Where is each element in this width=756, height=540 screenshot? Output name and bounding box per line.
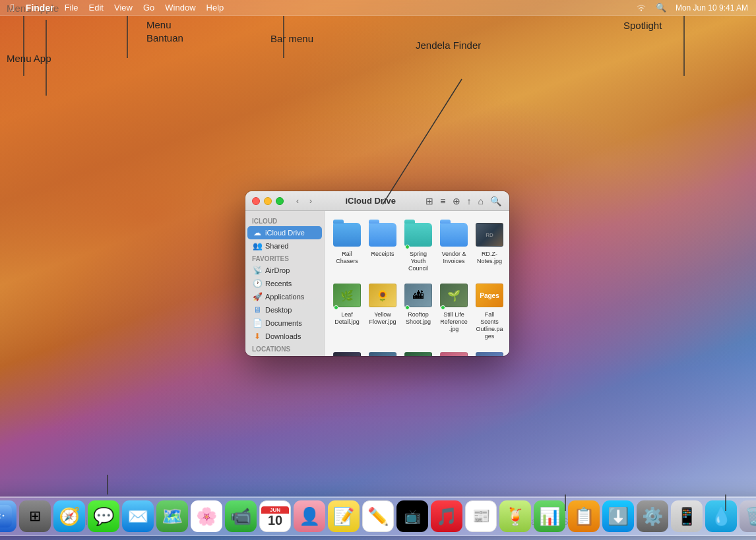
sidebar-item-shared[interactable]: 👥 Shared xyxy=(247,239,322,253)
spotlight-icon[interactable]: 🔍 xyxy=(653,1,669,14)
maximize-button[interactable] xyxy=(276,197,284,205)
sidebar-item-applications[interactable]: 🚀 Applications xyxy=(247,290,322,303)
dock-numbers[interactable]: 📊 xyxy=(534,500,565,532)
annotation-jendela-finder: Jendela Finder xyxy=(416,40,481,51)
sync-indicator xyxy=(405,305,410,310)
finder-body: iCloud ☁ iCloud Drive 👥 Shared Favorites… xyxy=(245,211,509,356)
sidebar-documents-label: Documents xyxy=(265,319,302,327)
sidebar-applications-label: Applications xyxy=(265,293,304,301)
sidebar-item-recents[interactable]: 🕐 Recents xyxy=(247,277,322,290)
dock-trash[interactable]: 🗑️ xyxy=(740,500,756,532)
file-name: Spring Youth Council xyxy=(404,251,433,272)
finder-titlebar: ‹ › iCloud Drive ⊞ ≡ ⊕ ↑ ⌂ 🔍 xyxy=(245,191,509,211)
help-menu-item[interactable]: Help xyxy=(202,1,229,14)
view-menu-item[interactable]: View xyxy=(110,1,137,14)
sidebar-desktop-label: Desktop xyxy=(265,306,292,314)
file-item-leaf-detail[interactable]: 🌿 Leaf Detail.jpg xyxy=(331,278,363,342)
image-thumbnail: 🛹 xyxy=(476,352,503,356)
file-item-rdz-notes[interactable]: RD RD.Z-Notes.jpg xyxy=(474,218,505,274)
icloud-drive-icon: ☁ xyxy=(253,228,262,237)
forward-button[interactable]: › xyxy=(305,195,317,207)
folder-icon xyxy=(404,223,432,247)
edit-menu-item[interactable]: Edit xyxy=(84,1,108,14)
image-thumbnail: 🌆 xyxy=(369,352,396,356)
dock-system-settings[interactable]: ⚙️ xyxy=(637,500,668,532)
image-thumbnail: 🌲 xyxy=(404,352,432,356)
file-item-title-cover[interactable]: 📷 Title Cover.jpg xyxy=(331,347,363,356)
dock-facetime[interactable]: 📹 xyxy=(225,500,257,532)
file-item-vendor-invoices[interactable]: Vendor & Invoices xyxy=(438,218,470,274)
apple-menu[interactable]:  xyxy=(5,1,20,15)
dock-news[interactable]: 📰 xyxy=(465,500,497,532)
dock-screensaver[interactable]: 💧 xyxy=(705,500,737,532)
sidebar-item-downloads[interactable]: ⬇ Downloads xyxy=(247,330,322,343)
sidebar-recents-label: Recents xyxy=(265,280,292,287)
view-grid-button[interactable]: ⊞ xyxy=(424,195,435,208)
file-item-spring-youth[interactable]: Spring Youth Council xyxy=(402,218,434,274)
dock-music[interactable]: 🎵 xyxy=(431,500,462,532)
folder-icon xyxy=(369,223,396,247)
action-button[interactable]: ⊕ xyxy=(451,195,462,208)
minimize-button[interactable] xyxy=(264,197,272,205)
applications-icon: 🚀 xyxy=(253,292,262,301)
dock-freeform[interactable]: ✏️ xyxy=(362,500,394,532)
file-item-mexico-city[interactable]: 🌆 Mexico City.jpeg xyxy=(367,347,398,356)
file-name: Receipts xyxy=(371,251,394,258)
sidebar-airdrop-label: AirDrop xyxy=(265,266,290,274)
file-item-receipts[interactable]: Receipts xyxy=(367,218,398,274)
sidebar-item-icloud-drive[interactable]: ☁ iCloud Drive xyxy=(247,226,322,239)
dock-vine[interactable]: 🍹 xyxy=(499,500,531,532)
back-button[interactable]: ‹ xyxy=(292,195,303,207)
sidebar-item-documents[interactable]: 📄 Documents xyxy=(247,316,322,330)
file-item-rail-chasers[interactable]: Rail Chasers xyxy=(331,218,363,274)
folder-icon xyxy=(333,223,361,247)
wifi-icon[interactable] xyxy=(633,3,649,13)
dock-calendar[interactable]: JUN 10 xyxy=(259,500,291,532)
sidebar-item-desktop[interactable]: 🖥 Desktop xyxy=(247,303,322,316)
dock-safari[interactable]: 🧭 xyxy=(53,500,85,532)
sidebar-shared-label: Shared xyxy=(265,242,288,250)
menubar-datetime: Mon Jun 10 9:41 AM xyxy=(673,2,751,14)
share-button[interactable]: ↑ xyxy=(466,195,473,208)
dock-appletv[interactable]: 📺 xyxy=(396,500,428,532)
file-item-still-life[interactable]: 🌱 Still Life Reference.jpg xyxy=(438,278,470,342)
window-menu-item[interactable]: Window xyxy=(160,1,200,14)
dock-appstore[interactable]: ⬇️ xyxy=(602,500,634,532)
dock-mail[interactable]: ✉️ xyxy=(122,500,154,532)
dock-iphone-mirroring[interactable]: 📱 xyxy=(671,500,703,532)
file-item-skater[interactable]: 🛹 Skater.jpeg xyxy=(474,347,505,356)
documents-icon: 📄 xyxy=(253,318,262,328)
sync-indicator xyxy=(441,305,445,310)
nav-arrows: ‹ › xyxy=(292,195,317,207)
annotation-menu-bantuan: MenuBantuan xyxy=(146,18,183,44)
annotation-bar-menu: Bar menu xyxy=(270,33,313,44)
tag-button[interactable]: ⌂ xyxy=(477,195,485,208)
document-thumbnail: Pages xyxy=(476,284,503,307)
dock-maps[interactable]: 🗺️ xyxy=(156,500,188,532)
dock-launchpad[interactable]: ⊞ xyxy=(19,500,51,532)
file-grid: Rail Chasers Receipts Spring Youth Counc… xyxy=(331,218,503,356)
search-button[interactable]: 🔍 xyxy=(489,195,503,208)
dock-notes[interactable]: 📝 xyxy=(328,500,360,532)
finder-menu-item[interactable]: Finder xyxy=(21,1,59,15)
view-list-button[interactable]: ≡ xyxy=(439,195,447,208)
finder-sidebar: iCloud ☁ iCloud Drive 👥 Shared Favorites… xyxy=(245,211,325,356)
file-item-yellow-flower[interactable]: 🌻 Yellow Flower.jpg xyxy=(367,278,398,342)
file-item-fall-scents[interactable]: Pages Fall Scents Outline.pages xyxy=(474,278,505,342)
file-item-rooftop-shoot[interactable]: 🏙 Rooftop Shoot.jpg xyxy=(402,278,434,342)
dock-finder[interactable] xyxy=(0,500,16,532)
file-item-pink[interactable]: 🌸 Pink.jpeg xyxy=(438,347,470,356)
dock-pages[interactable]: 📋 xyxy=(568,500,600,532)
go-menu-item[interactable]: Go xyxy=(139,1,159,14)
desktop-icon: 🖥 xyxy=(253,305,262,315)
dock-photos[interactable]: 🌸 xyxy=(191,500,222,532)
close-button[interactable] xyxy=(252,197,260,205)
tags-section-label: Tags xyxy=(245,354,324,356)
file-item-lone-pine[interactable]: 🌲 Lone Pine.jpeg xyxy=(402,347,434,356)
dock-messages[interactable]: 💬 xyxy=(88,500,119,532)
finder-window: ‹ › iCloud Drive ⊞ ≡ ⊕ ↑ ⌂ 🔍 iCloud ☁ iC… xyxy=(245,191,509,356)
dock-contacts[interactable]: 👤 xyxy=(294,500,325,532)
sidebar-item-airdrop[interactable]: 📡 AirDrop xyxy=(247,264,322,277)
file-menu-item[interactable]: File xyxy=(60,1,83,14)
sync-indicator xyxy=(334,305,338,310)
